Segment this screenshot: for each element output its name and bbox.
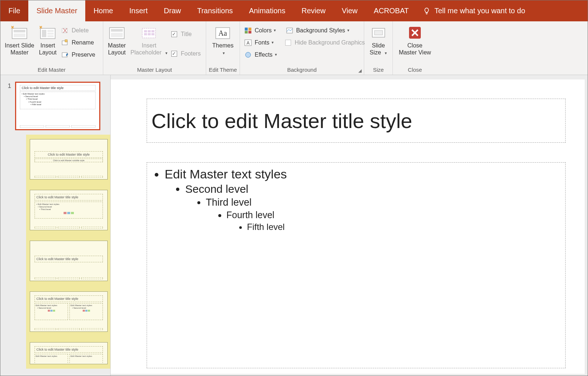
delete-icon [61,26,69,35]
tab-draw[interactable]: Draw [156,0,189,21]
effects-button[interactable]: Effects ▾ [242,49,279,61]
preserve-button[interactable]: Preserve [59,49,97,61]
hide-background-checkbox[interactable]: Hide Background Graphics [284,36,366,49]
background-dialog-launcher[interactable]: ◢ [357,68,362,73]
tell-me-search[interactable]: Tell me what you want to do [419,0,532,21]
group-edit-master: Insert Slide Master Insert Layout [0,21,103,75]
svg-rect-33 [374,31,383,35]
tab-file[interactable]: File [0,0,28,21]
svg-rect-13 [111,29,123,32]
group-close: Close Master View Close [393,21,437,75]
slide-size-icon [369,24,388,41]
background-styles-button[interactable]: Background Styles ▾ [284,24,366,36]
svg-rect-16 [144,30,147,32]
chevron-down-icon: ▾ [385,51,387,55]
colors-icon [244,26,252,35]
chevron-down-icon: ▾ [274,28,276,32]
tell-me-placeholder: Tell me what you want to do [434,7,525,15]
group-label-background: Background [242,66,362,74]
delete-button[interactable]: Delete [59,24,97,36]
layout-thumbnail[interactable]: Click to edit Master title style [30,241,108,281]
effects-icon [244,51,252,59]
master-slide-number: 1 [8,82,15,90]
chevron-down-icon: ▾ [272,40,274,45]
svg-rect-14 [111,33,123,37]
tab-review[interactable]: Review [293,0,334,21]
svg-rect-19 [144,33,147,35]
svg-rect-18 [151,30,154,32]
tab-view[interactable]: View [334,0,366,21]
svg-rect-5 [47,30,54,32]
themes-icon: Aa [214,24,232,41]
tab-acrobat[interactable]: ACROBAT [366,0,417,21]
chevron-down-icon: ▾ [223,51,225,55]
close-master-view-button[interactable]: Close Master View [397,23,433,57]
layout-thumbnail[interactable]: Click to edit Master title style • Edit … [30,190,108,230]
thumbnail-panel[interactable]: 1 Click to edit Master title style • Edi… [0,75,111,376]
svg-rect-2 [14,33,25,37]
tab-slide-master[interactable]: Slide Master [28,0,85,21]
chevron-down-icon: ▾ [275,53,277,57]
rename-button[interactable]: Rename [59,36,97,49]
group-label-close: Close [395,66,435,74]
group-background: Colors ▾ A Fonts ▾ Effects ▾ [240,21,364,75]
svg-rect-24 [245,28,248,31]
group-master-layout: Master Layout Insert Placeholder ▾ ✓ Tit… [103,21,206,75]
editor-zone: 1 Click to edit Master title style • Edi… [0,75,588,376]
svg-rect-17 [148,30,151,32]
svg-rect-27 [248,31,251,33]
slide-master-icon [10,24,29,41]
close-icon [406,24,424,41]
placeholder-icon [140,24,158,41]
ribbon: Insert Slide Master Insert Layout [0,21,588,75]
master-layout-icon [108,24,126,41]
footers-checkbox[interactable]: ✓ Footers [170,47,202,60]
colors-button[interactable]: Colors ▾ [242,24,279,36]
svg-rect-25 [248,28,251,31]
group-edit-theme: Aa Themes▾ Edit Theme [206,21,240,75]
svg-point-30 [245,52,251,57]
svg-rect-4 [42,30,46,37]
tab-home[interactable]: Home [85,0,121,21]
body-placeholder[interactable]: Edit Master text styles Second level Thi… [147,162,566,368]
svg-text:A: A [247,40,250,46]
svg-rect-10 [65,40,67,42]
svg-rect-21 [151,33,154,35]
insert-slide-master-button[interactable]: Insert Slide Master [3,23,36,57]
layout-thumbnail[interactable]: Click to edit Master title style Click t… [30,139,108,180]
title-checkbox[interactable]: ✓ Title [170,28,202,40]
chevron-down-icon: ▾ [165,51,168,55]
checkbox-icon: ✓ [171,51,177,57]
master-slide-thumbnail[interactable]: Click to edit Master title style • Edit … [15,82,100,130]
master-layout-button[interactable]: Master Layout [105,23,128,57]
tab-transitions[interactable]: Transitions [189,0,241,21]
tab-animations[interactable]: Animations [241,0,294,21]
slide-master-canvas[interactable]: Click to edit Master title style Edit Ma… [111,79,585,374]
group-label-edit-theme: Edit Theme [208,66,237,74]
themes-button[interactable]: Aa Themes▾ [210,23,236,57]
group-label-master-layout: Master Layout [105,66,204,74]
insert-placeholder-button[interactable]: Insert Placeholder ▾ [128,23,170,57]
fonts-icon: A [244,39,252,47]
layout-thumbnail[interactable]: Click to edit Master title style Edit Ma… [30,342,108,364]
svg-rect-7 [47,35,54,37]
title-placeholder[interactable]: Click to edit Master title style [147,99,566,143]
insert-slide-master-label: Insert Slide Master [5,42,34,56]
layouts-highlighted-group: Click to edit Master title style Click t… [26,135,111,369]
group-size: Slide Size ▾ Size [364,21,393,75]
lightbulb-icon [423,7,431,15]
checkbox-icon: ✓ [171,31,177,37]
layout-icon [39,24,57,41]
svg-rect-20 [148,33,151,35]
insert-layout-button[interactable]: Insert Layout [36,23,59,57]
insert-layout-label: Insert Layout [39,42,57,56]
fonts-button[interactable]: A Fonts ▾ [242,36,279,49]
slide-size-button[interactable]: Slide Size ▾ [367,23,390,57]
background-styles-icon [285,26,294,35]
layout-thumbnail[interactable]: Click to edit Master title style Edit Ma… [30,291,108,332]
svg-rect-26 [245,31,248,33]
tab-insert[interactable]: Insert [121,0,156,21]
checkbox-icon [285,40,291,46]
slide-canvas-area[interactable]: Click to edit Master title style Edit Ma… [111,75,588,376]
rename-icon [61,39,69,47]
